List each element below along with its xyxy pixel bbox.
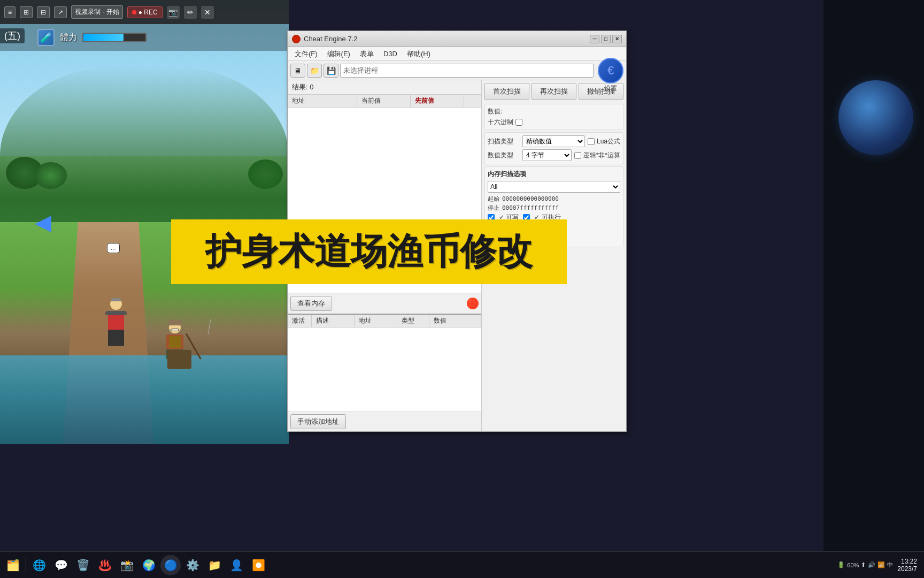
close-recording-btn[interactable]: ✕ <box>201 6 214 19</box>
hex-label: 十六进制 <box>488 118 513 127</box>
clock-time: 13:22 <box>897 558 917 565</box>
battery-indicator: 🔋 <box>837 561 845 568</box>
start-row: 起始 0000000000000000 <box>488 195 620 203</box>
speech-bubble: … <box>107 243 120 253</box>
col-desc: 描述 <box>312 315 355 327</box>
scan-type-label: 扫描类型 <box>488 137 520 146</box>
ce-bottom-actions: 手动添加地址 <box>288 412 481 431</box>
col-addr: 地址 <box>355 315 397 327</box>
clock-date: 2023/7 <box>897 565 917 573</box>
logic-row: 逻辑*非*运算 <box>574 151 620 160</box>
menu-d3d[interactable]: D3D <box>379 49 402 59</box>
health-bar <box>82 33 147 42</box>
taskbar-record[interactable]: ⏺️ <box>248 555 268 575</box>
taskbar-camera[interactable]: 📸 <box>117 555 137 575</box>
add-address-button[interactable]: 手动添加地址 <box>290 414 346 429</box>
menu-icon-btn[interactable]: ≡ <box>4 6 16 18</box>
ce-title: Cheat Engine 7.2 <box>304 35 587 43</box>
scan-type-row: 扫描类型 精确数值 Lua公式 <box>488 135 620 147</box>
rec-button[interactable]: ● REC <box>127 6 163 18</box>
network-icon: ⬆ <box>861 561 866 568</box>
toolbar-save-icon[interactable]: 💾 <box>324 64 338 78</box>
taskbar-sys-tray: 🔋 60% ⬆ 🔊 📶 中 <box>837 561 893 569</box>
taskbar-divider-1 <box>26 557 26 573</box>
taskbar-chrome[interactable]: 🔵 <box>160 555 181 575</box>
menu-table[interactable]: 表单 <box>356 48 378 60</box>
memory-title: 内存扫描选项 <box>488 170 620 179</box>
col-previous: 先前值 <box>411 95 464 107</box>
health-bar-fill <box>83 34 124 41</box>
value-label: 数值: <box>488 107 620 116</box>
menu-help[interactable]: 帮助(H) <box>403 48 435 60</box>
close-button[interactable]: ✕ <box>612 35 622 43</box>
logic-checkbox[interactable] <box>574 152 581 159</box>
volume-icon: 🔊 <box>868 561 875 568</box>
value-type-row: 数值类型 4 字节 逻辑*非*运算 <box>488 149 620 161</box>
next-scan-button[interactable]: 再次扫描 <box>532 83 576 100</box>
taskbar-user[interactable]: 👤 <box>226 555 247 575</box>
scan-type-section: 扫描类型 精确数值 Lua公式 数值类型 4 字节 <box>484 132 623 164</box>
overlay-text-content: 护身术道场渔币修改 <box>205 227 533 276</box>
bottom-body <box>288 328 481 412</box>
recording-label-btn[interactable]: 视频录制 - 开始 <box>71 5 123 19</box>
export-icon-btn[interactable]: ↗ <box>54 6 67 18</box>
results-header: 地址 当前值 先前值 <box>288 95 481 108</box>
taskbar-globe[interactable]: 🌍 <box>138 555 159 575</box>
col-address: 地址 <box>288 95 357 107</box>
ce-toolbar: 🖥 📁 💾 未选择进程 € 设置 <box>288 61 626 80</box>
ce-logo-icon <box>292 35 301 43</box>
lua-label: Lua公式 <box>597 137 620 146</box>
taskbar-browser-1[interactable]: 🌐 <box>29 555 49 575</box>
process-selector[interactable]: 未选择进程 <box>340 64 594 78</box>
cancel-icon[interactable]: 🚫 <box>467 298 479 309</box>
taskbar-settings[interactable]: ⚙️ <box>182 555 203 575</box>
health-flask-icon: 🧪 <box>37 29 55 46</box>
stop-row: 停止 00007fffffffffff <box>488 204 620 212</box>
memory-dropdown[interactable]: All <box>488 181 620 193</box>
camera-icon-btn[interactable]: 📷 <box>167 6 180 19</box>
bottom-header: 激活 描述 地址 类型 数值 <box>288 315 481 328</box>
stop-value: 00007fffffffffff <box>502 204 559 211</box>
standing-character <box>101 298 130 346</box>
taskbar-start[interactable]: 🗂️ <box>3 555 23 575</box>
menu-file[interactable]: 文件(F) <box>290 48 322 60</box>
rec-dot <box>132 10 136 14</box>
save-icon-btn[interactable]: ⊟ <box>37 6 50 18</box>
ce-window-controls[interactable]: ─ □ ✕ <box>590 35 622 43</box>
lua-formula-row: Lua公式 <box>588 137 620 146</box>
start-label: 起始 <box>488 195 499 203</box>
results-count: 结果: 0 <box>288 80 481 95</box>
first-scan-button[interactable]: 首次扫描 <box>484 83 529 100</box>
lua-checkbox[interactable] <box>588 138 595 145</box>
overlay-banner: 护身术道场渔币修改 <box>171 219 567 284</box>
grid-icon-btn[interactable]: ⊞ <box>20 6 33 18</box>
taskbar-folder[interactable]: 📁 <box>204 555 225 575</box>
taskbar-right-area: 🔋 60% ⬆ 🔊 📶 中 13:22 2023/7 <box>837 558 921 573</box>
taskbar-steam[interactable]: ♨️ <box>95 555 115 575</box>
start-value: 0000000000000000 <box>502 195 559 202</box>
view-memory-button[interactable]: 查看内存 <box>290 296 332 311</box>
toolbar-folder-icon[interactable]: 📁 <box>307 64 322 78</box>
ce-titlebar: Cheat Engine 7.2 ─ □ ✕ <box>288 31 626 47</box>
recording-bar: ≡ ⊞ ⊟ ↗ 视频录制 - 开始 ● REC 📷 ✏ ✕ <box>0 0 289 24</box>
taskbar-wechat[interactable]: 💬 <box>51 555 71 575</box>
level-badge: (五) <box>0 28 25 43</box>
process-selector-text: 未选择进程 <box>343 66 378 75</box>
hex-checkbox[interactable] <box>515 119 522 126</box>
ce-bottom-list: 激活 描述 地址 类型 数值 手动添加地址 <box>288 314 481 431</box>
pencil-icon-btn[interactable]: ✏ <box>184 6 197 19</box>
taskbar-trash[interactable]: 🗑️ <box>73 555 93 575</box>
maximize-button[interactable]: □ <box>601 35 611 43</box>
minimize-button[interactable]: ─ <box>590 35 599 43</box>
ce-logo-large: € <box>598 58 623 83</box>
menu-edit[interactable]: 编辑(E) <box>323 48 355 60</box>
toolbar-computer-icon[interactable]: 🖥 <box>290 64 305 78</box>
value-section: 数值: 十六进制 <box>484 104 623 130</box>
dark-right-panel <box>823 0 924 578</box>
col-type: 类型 <box>397 315 429 327</box>
wifi-icon: 📶 <box>877 561 885 568</box>
value-type-select[interactable]: 4 字节 <box>522 149 572 161</box>
taskbar: 🗂️ 🌐 💬 🗑️ ♨️ 📸 🌍 🔵 ⚙️ 📁 👤 ⏺️ 🔋 60% ⬆ 🔊 📶… <box>0 551 924 578</box>
col-active: 激活 <box>288 315 312 327</box>
scan-type-select[interactable]: 精确数值 <box>522 135 585 147</box>
